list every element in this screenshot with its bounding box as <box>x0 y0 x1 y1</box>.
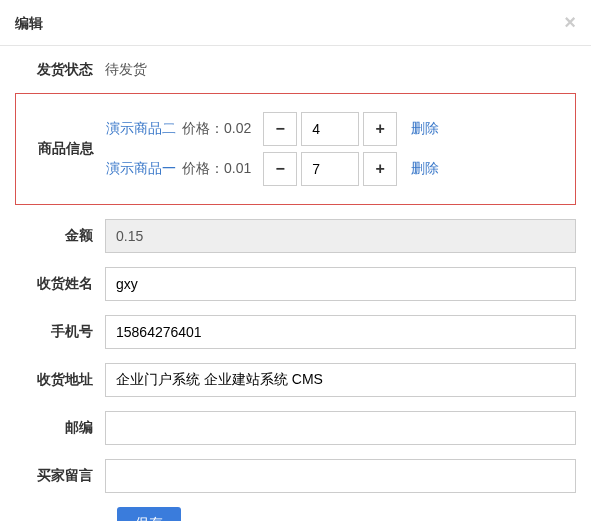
phone-input[interactable] <box>105 315 576 349</box>
product-row: 演示商品一 价格：0.01 − + 删除 <box>106 152 567 186</box>
row-amount: 金额 <box>15 219 576 253</box>
minus-button[interactable]: − <box>263 112 297 146</box>
edit-modal: 编辑 × 发货状态 待发货 商品信息 演示商品二 价格：0.02 − + 删除 … <box>0 0 591 521</box>
close-icon[interactable]: × <box>564 12 576 32</box>
zip-input[interactable] <box>105 411 576 445</box>
label-name: 收货姓名 <box>15 275 105 293</box>
plus-button[interactable]: + <box>363 112 397 146</box>
product-row: 演示商品二 价格：0.02 − + 删除 <box>106 112 567 146</box>
row-phone: 手机号 <box>15 315 576 349</box>
row-address: 收货地址 <box>15 363 576 397</box>
save-button[interactable]: 保存 <box>117 507 181 521</box>
label-status: 发货状态 <box>15 61 105 79</box>
plus-button[interactable]: + <box>363 152 397 186</box>
qty-input[interactable] <box>301 152 359 186</box>
row-zip: 邮编 <box>15 411 576 445</box>
label-products: 商品信息 <box>16 140 106 158</box>
row-name: 收货姓名 <box>15 267 576 301</box>
product-list: 演示商品二 价格：0.02 − + 删除 演示商品一 价格：0.01 − + 删… <box>106 106 567 192</box>
row-status: 发货状态 待发货 <box>15 61 576 79</box>
amount-input <box>105 219 576 253</box>
product-info-box: 商品信息 演示商品二 价格：0.02 − + 删除 演示商品一 价格：0.01 … <box>15 93 576 205</box>
label-note: 买家留言 <box>15 467 105 485</box>
label-amount: 金额 <box>15 227 105 245</box>
delete-link[interactable]: 删除 <box>411 120 439 138</box>
product-price: 价格：0.01 <box>182 160 251 178</box>
product-link[interactable]: 演示商品一 <box>106 160 176 178</box>
label-address: 收货地址 <box>15 371 105 389</box>
label-phone: 手机号 <box>15 323 105 341</box>
note-input[interactable] <box>105 459 576 493</box>
modal-body: 发货状态 待发货 商品信息 演示商品二 价格：0.02 − + 删除 演示商品一… <box>0 46 591 521</box>
delete-link[interactable]: 删除 <box>411 160 439 178</box>
modal-title: 编辑 <box>15 15 576 33</box>
product-link[interactable]: 演示商品二 <box>106 120 176 138</box>
label-zip: 邮编 <box>15 419 105 437</box>
row-note: 买家留言 <box>15 459 576 493</box>
name-input[interactable] <box>105 267 576 301</box>
actions-row: 保存 <box>117 507 576 521</box>
value-status: 待发货 <box>105 61 576 79</box>
qty-input[interactable] <box>301 112 359 146</box>
address-input[interactable] <box>105 363 576 397</box>
minus-button[interactable]: − <box>263 152 297 186</box>
product-price: 价格：0.02 <box>182 120 251 138</box>
modal-header: 编辑 × <box>0 0 591 46</box>
